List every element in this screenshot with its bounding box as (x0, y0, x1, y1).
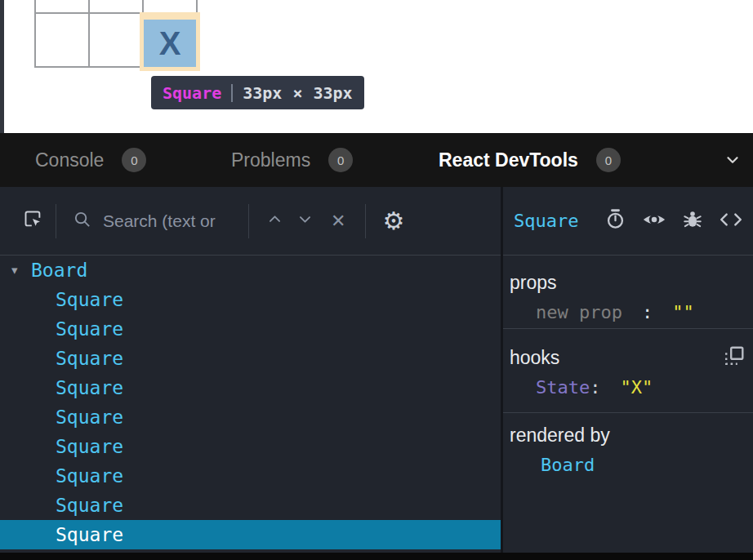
devtools-window: X Square 33px × 33px Console 0 Problems … (0, 0, 753, 560)
tooltip-divider (231, 84, 233, 102)
tooltip-width: 33px (243, 83, 282, 103)
toolbar-divider (248, 204, 249, 238)
component-details-panel: Square (503, 187, 753, 553)
inspect-size-tooltip: Square 33px × 33px (151, 76, 364, 109)
tree-item-label: Square (56, 465, 123, 487)
new-prop-row[interactable]: new prop : "" (510, 302, 753, 322)
details-header-icons (604, 207, 743, 235)
board-square[interactable] (36, 0, 88, 12)
selected-component-name: Square (514, 211, 578, 231)
tab-problems-label: Problems (231, 149, 310, 171)
details-header: Square (503, 187, 753, 256)
tab-react-devtools-badge: 0 (596, 148, 621, 172)
search-prev-icon[interactable] (267, 211, 283, 230)
tree-item-board[interactable]: ▾ Board (0, 256, 501, 285)
tooltip-height: 33px (313, 83, 352, 103)
props-section: props new prop : "" (503, 256, 753, 329)
new-prop-value-input[interactable]: "" (672, 302, 694, 322)
tab-console-label: Console (35, 149, 104, 171)
react-devtools-panel: ✕ ⚙ ▾ Board Square Square Square Square … (0, 187, 753, 553)
search-input[interactable] (103, 211, 243, 231)
tree-item-label: Square (56, 524, 123, 545)
tab-console[interactable]: Console 0 (35, 133, 146, 187)
tree-item-square[interactable]: Square (0, 461, 501, 491)
board-square[interactable] (36, 14, 88, 66)
tree-item-square-selected[interactable]: Square (0, 520, 501, 549)
inspect-dom-eye-icon[interactable] (642, 207, 666, 235)
tab-react-devtools[interactable]: React DevTools 0 (439, 133, 621, 187)
toolbar-divider (365, 204, 366, 238)
tree-item-square[interactable]: Square (0, 285, 501, 314)
hook-state-row[interactable]: State : "X" (510, 377, 753, 398)
tree-item-label: Square (56, 348, 123, 369)
props-title: props (510, 272, 753, 294)
window-edge (0, 0, 4, 133)
search-next-icon[interactable] (297, 211, 313, 230)
tree-item-square[interactable]: Square (0, 432, 501, 461)
board-square[interactable] (90, 14, 142, 66)
debug-bug-icon[interactable] (682, 209, 703, 233)
chevron-down-icon[interactable] (724, 151, 742, 172)
colon: : (590, 377, 600, 398)
toolbar-divider (56, 204, 56, 238)
tree-item-square[interactable]: Square (0, 373, 501, 402)
multiply-glyph: × (292, 83, 302, 103)
rendered-by-owner[interactable]: Board (510, 455, 753, 475)
rendered-by-section: rendered by Board (503, 413, 753, 553)
clear-search-icon[interactable]: ✕ (331, 212, 345, 230)
board-square[interactable] (90, 0, 142, 12)
suspend-timer-icon[interactable] (604, 208, 626, 233)
view-source-icon[interactable] (719, 209, 743, 233)
tab-console-badge: 0 (122, 148, 146, 172)
tab-react-devtools-label: React DevTools (439, 149, 578, 171)
hook-value[interactable]: "X" (620, 377, 653, 398)
tree-item-label: Square (56, 377, 123, 398)
rendered-by-title: rendered by (510, 424, 753, 447)
colon: : (642, 302, 653, 322)
tab-problems-badge: 0 (328, 148, 353, 172)
new-prop-input[interactable]: new prop (536, 302, 622, 322)
tooltip-component-name: Square (163, 83, 221, 103)
tree-item-square[interactable]: Square (0, 491, 501, 520)
search-icon (73, 210, 91, 232)
hooks-title: hooks (510, 347, 753, 369)
tab-problems[interactable]: Problems 0 (231, 133, 353, 187)
expand-caret-icon[interactable]: ▾ (11, 263, 31, 278)
tree-item-label: Square (56, 407, 123, 428)
tree-item-square[interactable]: Square (0, 344, 501, 373)
board-square[interactable] (144, 0, 196, 12)
highlighted-board-square[interactable]: X (144, 20, 196, 67)
tree-item-label: Square (56, 318, 123, 340)
window-bottom-edge (0, 553, 753, 560)
inspect-highlight-overlay: X (140, 12, 200, 71)
tree-toolbar: ✕ ⚙ (0, 187, 501, 256)
gear-icon[interactable]: ⚙ (382, 209, 404, 233)
tree-item-label: Board (31, 260, 87, 281)
hook-name: State (536, 377, 590, 398)
hooks-section: hooks State : "X" (503, 329, 753, 413)
tree-item-square[interactable]: Square (0, 402, 501, 432)
tree-item-label: Square (56, 289, 123, 310)
tree-item-label: Square (56, 495, 123, 516)
tree-item-label: Square (56, 436, 123, 457)
page-viewport: X Square 33px × 33px (0, 0, 753, 133)
components-tree-panel: ✕ ⚙ ▾ Board Square Square Square Square … (0, 187, 501, 553)
inspect-element-icon[interactable] (22, 208, 44, 233)
parse-hook-names-icon[interactable] (724, 345, 745, 370)
tooltip-dimensions: 33px × 33px (243, 83, 352, 103)
tree-item-square[interactable]: Square (0, 314, 501, 344)
devtools-tabbar: Console 0 Problems 0 React DevTools 0 (0, 133, 753, 187)
component-tree: ▾ Board Square Square Square Square Squa… (0, 256, 501, 553)
